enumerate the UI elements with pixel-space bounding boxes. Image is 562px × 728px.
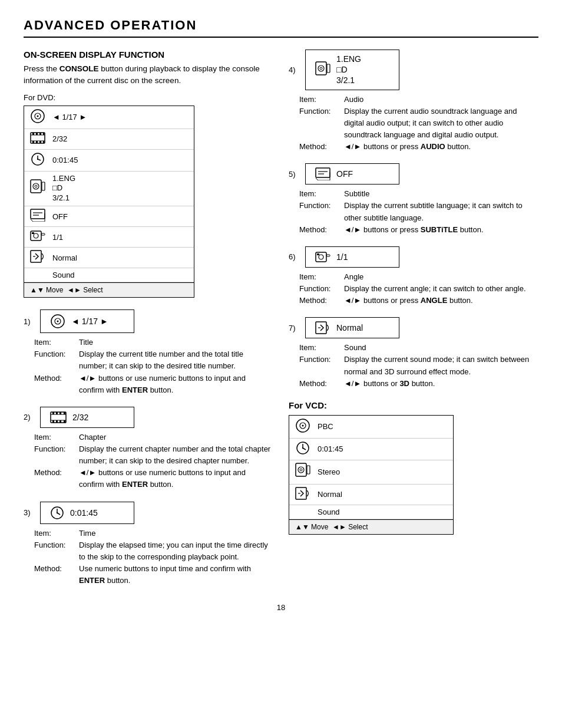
item-2-box: 2/32 xyxy=(40,407,134,428)
svg-rect-52 xyxy=(327,64,330,73)
console-row-sound-label: Sound xyxy=(24,268,194,282)
item-7: 7) Normal Item:Sound Function:Display th… xyxy=(289,317,538,390)
svg-rect-39 xyxy=(59,412,61,414)
console-chapter-icon xyxy=(29,131,47,147)
item-3-row: 3) 0:01:45 xyxy=(24,502,271,524)
svg-rect-69 xyxy=(296,463,306,476)
item-3-value: 0:01:45 xyxy=(70,508,98,518)
svg-rect-38 xyxy=(56,412,58,414)
svg-rect-72 xyxy=(307,466,310,474)
console-angle-icon xyxy=(29,229,47,245)
item-6-row: 6) 1/1 xyxy=(289,246,538,268)
item-2-row: 2) xyxy=(24,407,271,428)
vcd-normal-value: Normal xyxy=(318,490,342,499)
console-sound-icon xyxy=(29,250,47,265)
item-5-desc: Item:Subtitle Function:Display the curre… xyxy=(299,188,538,236)
vcd-row-time: 0:01:45 xyxy=(289,439,453,460)
svg-point-57 xyxy=(319,255,323,259)
item-4: 4) 1.ENG□D3/2.1 Item:Audio Function:Disp… xyxy=(289,50,538,153)
svg-rect-37 xyxy=(52,412,54,414)
item-5: 5) OFF Item:Subtitle Function:Display th… xyxy=(289,163,538,236)
svg-rect-7 xyxy=(36,133,38,135)
vcd-row-stereo: Stereo xyxy=(289,460,453,485)
svg-rect-6 xyxy=(32,133,34,135)
item-4-value: 1.ENG□D3/2.1 xyxy=(336,54,361,86)
item-3-desc: Item:Time Function:Display the elapsed t… xyxy=(34,528,271,587)
console-sound-value: Normal xyxy=(52,253,77,262)
left-column: ON-SCREEN DISPLAY FUNCTION Press the CON… xyxy=(24,50,271,597)
item-7-box: Normal xyxy=(305,317,399,338)
item-5-value: OFF xyxy=(336,169,353,179)
svg-rect-13 xyxy=(43,141,44,143)
item-1-box: ◄ 1/17 ► xyxy=(40,309,134,333)
console-sound-text: Sound xyxy=(52,271,75,279)
item-1: 1) ◄ 1/17 ► Item:Title Function:Display … xyxy=(24,309,271,396)
console-row-time: 0:01:45 xyxy=(24,150,194,172)
item-1-desc: Item:Title Function:Display the current … xyxy=(34,337,271,396)
item-7-row: 7) Normal xyxy=(289,317,538,338)
console-title-icon xyxy=(29,108,47,126)
console-row-audio: 1.ENG□D3/2.1 xyxy=(24,172,194,207)
svg-rect-44 xyxy=(64,420,65,423)
svg-rect-10 xyxy=(32,141,34,143)
content-wrapper: ON-SCREEN DISPLAY FUNCTION Press the CON… xyxy=(24,50,538,597)
vcd-row-pbc: PBC xyxy=(289,416,453,439)
item-2-value: 2/32 xyxy=(72,413,88,422)
svg-rect-18 xyxy=(31,180,41,193)
vcd-sound-text: Sound xyxy=(318,508,340,516)
dvd-console-footer: ▲▼ Move ◄► Select xyxy=(24,282,194,297)
item-1-value: ◄ 1/17 ► xyxy=(71,317,108,326)
for-dvd-label: For DVD: xyxy=(24,93,271,102)
console-time-value: 0:01:45 xyxy=(52,156,78,164)
svg-rect-8 xyxy=(39,133,41,135)
console-subtitle-icon xyxy=(29,209,47,224)
svg-point-26 xyxy=(34,233,38,238)
page-container: ADVANCED OPERATION ON-SCREEN DISPLAY FUN… xyxy=(24,18,538,612)
page-number: 18 xyxy=(24,603,538,612)
vcd-time-value: 0:01:45 xyxy=(318,444,343,453)
item-6-box: 1/1 xyxy=(305,246,399,268)
item-4-box: 1.ENG□D3/2.1 xyxy=(305,50,399,90)
console-time-icon xyxy=(29,152,47,169)
right-column: 4) 1.ENG□D3/2.1 Item:Audio Function:Disp… xyxy=(289,50,538,597)
item-4-desc: Item:Audio Function:Display the current … xyxy=(299,94,538,153)
svg-rect-40 xyxy=(64,412,65,414)
for-vcd-title: For VCD: xyxy=(289,400,538,410)
item-2-num: 2) xyxy=(24,413,34,421)
svg-point-51 xyxy=(320,67,322,70)
item-6: 6) 1/1 Item:Angle Function:Display the c… xyxy=(289,246,538,307)
svg-rect-29 xyxy=(31,251,41,262)
svg-rect-11 xyxy=(36,141,38,143)
console-audio-icon xyxy=(29,179,47,198)
item-1-row: 1) ◄ 1/17 ► xyxy=(24,309,271,333)
item-6-value: 1/1 xyxy=(336,252,348,262)
svg-rect-22 xyxy=(31,209,45,219)
svg-point-68 xyxy=(302,447,303,449)
svg-point-48 xyxy=(57,512,58,513)
vcd-stereo-icon xyxy=(294,463,312,482)
console-angle-value: 1/1 xyxy=(52,233,63,242)
item-3-num: 3) xyxy=(24,508,34,517)
console-row-angle: 1/1 xyxy=(24,227,194,248)
item-5-box: OFF xyxy=(305,163,399,185)
move-select-label: ▲▼ Move ◄► Select xyxy=(30,286,103,294)
item-7-desc: Item:Sound Function:Display the current … xyxy=(299,342,538,390)
svg-rect-9 xyxy=(43,133,44,135)
vcd-stereo-value: Stereo xyxy=(318,467,340,476)
svg-point-33 xyxy=(57,321,59,322)
intro-text: Press the CONSOLE button during playback… xyxy=(24,63,271,87)
svg-rect-53 xyxy=(316,168,330,177)
vcd-row-sound-label: Sound xyxy=(289,505,453,519)
vcd-console-box: PBC 0:01:45 xyxy=(289,415,454,535)
console-bold: CONSOLE xyxy=(59,64,99,73)
svg-point-70 xyxy=(298,467,304,473)
dvd-console-box: ◄ 1/17 ► xyxy=(24,106,194,298)
console-subtitle-value: OFF xyxy=(52,212,68,221)
vcd-time-icon xyxy=(294,441,312,457)
svg-rect-58 xyxy=(326,255,330,256)
console-chapter-value: 2/32 xyxy=(52,134,67,143)
svg-point-17 xyxy=(37,158,38,159)
item-5-num: 5) xyxy=(289,170,299,179)
svg-point-2 xyxy=(37,115,39,117)
console-title-value: ◄ 1/17 ► xyxy=(52,113,87,121)
